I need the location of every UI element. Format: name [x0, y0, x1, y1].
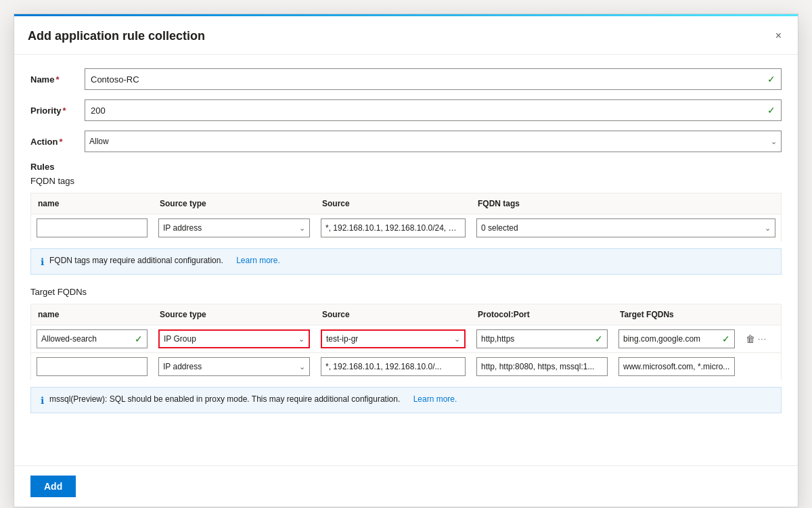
target-row1-fqdns-input[interactable]: bing.com,google.com ✓ — [618, 329, 735, 348]
dialog-body: Name* ✓ Priority* ✓ Action* Allow — [14, 55, 798, 434]
target-row1-name-valid-icon: ✓ — [135, 333, 143, 344]
target-row1-protocol-input[interactable]: http,https ✓ — [476, 329, 608, 348]
target-col-protocol: Protocol:Port — [471, 304, 613, 325]
target-row2-source-value: *, 192.168.10.1, 192.168.10.0/... — [325, 362, 461, 371]
target-row1-more-icon[interactable]: ··· — [758, 334, 767, 344]
target-col-fqdns: Target FQDNs — [613, 304, 740, 325]
priority-valid-icon: ✓ — [767, 105, 775, 116]
target-row2-fqdns-input[interactable]: www.microsoft.com, *.micro... — [618, 357, 735, 376]
target-row2-fqdns-value: www.microsoft.com, *.micro... — [623, 362, 730, 371]
fqdn-info-text: FQDN tags may require additional configu… — [49, 256, 223, 265]
target-row1-name-cell: Allowed-search ✓ — [31, 325, 153, 352]
fqdn-tags-section-title: FQDN tags — [30, 176, 782, 186]
fqdn-col-source-type: Source type — [153, 193, 315, 214]
target-row1-delete-icon[interactable]: 🗑 — [746, 333, 755, 344]
name-row: Name* ✓ — [30, 68, 782, 90]
target-row2-source-type-cell: IP address ⌄ — [153, 353, 315, 380]
required-indicator: * — [55, 74, 59, 85]
target-row2-name-input[interactable] — [37, 357, 148, 376]
name-valid-icon: ✓ — [767, 74, 775, 85]
target-col-source-type: Source type — [153, 304, 315, 325]
fqdn-col-name: name — [31, 193, 153, 214]
target-row1-protocol-valid-icon: ✓ — [595, 333, 603, 344]
name-label: Name* — [30, 74, 85, 85]
target-row1-actions: 🗑 ··· — [740, 329, 781, 348]
required-indicator: * — [63, 106, 66, 116]
target-row2-source-type-dropdown[interactable]: IP address ⌄ — [158, 357, 310, 376]
fqdn-row1-name-cell — [31, 214, 153, 241]
fqdn-tags-info-box: ℹ FQDN tags may require additional confi… — [30, 248, 782, 275]
fqdn-row1-source-type-value: IP address — [163, 223, 299, 233]
target-col-name: name — [31, 304, 153, 325]
fqdn-col-source: Source — [315, 193, 471, 214]
info-icon: ℹ — [41, 256, 44, 267]
name-input[interactable] — [91, 74, 767, 85]
fqdn-row1-name-input[interactable] — [37, 218, 148, 237]
priority-input-wrapper[interactable]: ✓ — [85, 99, 782, 121]
fqdn-learn-more-link[interactable]: Learn more. — [236, 256, 280, 265]
fqdn-row1-source-dropdown[interactable]: *, 192.168.10.1, 192.168.10.0/24, 192.1.… — [321, 218, 466, 237]
priority-input[interactable] — [91, 106, 767, 116]
target-info-text: mssql(Preview): SQL should be enabled in… — [49, 394, 400, 404]
dialog-footer: Add — [14, 465, 798, 507]
fqdn-row1-tags-dropdown[interactable]: 0 selected ⌄ — [476, 218, 775, 237]
target-row1-protocol-value: http,https — [481, 334, 595, 344]
fqdn-row1-tags-arrow: ⌄ — [765, 224, 771, 233]
target-row2-source-type-arrow: ⌄ — [299, 363, 305, 371]
dialog-title: Add application rule collection — [28, 29, 205, 43]
target-row1-source-arrow: ⌄ — [454, 335, 460, 344]
target-row2-fqdns-cell: www.microsoft.com, *.micro... — [613, 353, 740, 380]
target-fqdns-row-2: IP address ⌄ *, 192.168.10.1, 192.168.10… — [30, 352, 782, 380]
fqdn-tags-table-header: name Source type Source FQDN tags — [30, 193, 782, 214]
fqdn-row1-tags-cell: 0 selected ⌄ — [471, 214, 781, 241]
target-row1-source-type-arrow: ⌄ — [298, 335, 304, 344]
target-fqdns-row-1: Allowed-search ✓ IP Group ⌄ test-ip-gr ⌄ — [30, 325, 782, 352]
fqdn-row1-source-cell: *, 192.168.10.1, 192.168.10.0/24, 192.1.… — [315, 214, 471, 241]
target-col-source: Source — [315, 304, 471, 325]
target-row1-name-value: Allowed-search — [41, 334, 135, 344]
dialog-header: Add application rule collection × — [14, 16, 798, 55]
target-fqdns-table-header: name Source type Source Protocol:Port Ta… — [30, 304, 782, 325]
action-dropdown-arrow: ⌄ — [771, 137, 777, 146]
action-dropdown[interactable]: Allow ⌄ — [85, 131, 782, 152]
fqdn-row1-source-type-arrow: ⌄ — [299, 224, 305, 233]
fqdn-row1-source-value: *, 192.168.10.1, 192.168.10.0/24, 192.1.… — [325, 223, 461, 233]
target-row1-source-type-dropdown[interactable]: IP Group ⌄ — [158, 329, 310, 348]
target-row2-actions — [740, 363, 781, 371]
target-row2-protocol-value: http, http:8080, https, mssql:1... — [481, 362, 603, 371]
target-row1-source-type-value: IP Group — [164, 334, 298, 344]
rules-section-title: Rules — [30, 162, 782, 172]
name-input-wrapper[interactable]: ✓ — [85, 68, 782, 90]
action-label: Action* — [30, 137, 85, 147]
fqdn-row1-source-type-cell: IP address ⌄ — [153, 214, 315, 241]
action-row: Action* Allow ⌄ — [30, 131, 782, 152]
target-fqdns-section-title: Target FQDNs — [30, 287, 782, 297]
target-row1-source-value: test-ip-gr — [326, 334, 454, 344]
target-row2-name-cell — [31, 353, 153, 380]
target-row1-fqdns-valid-icon: ✓ — [722, 333, 730, 344]
target-row1-source-type-cell: IP Group ⌄ — [153, 325, 315, 352]
close-icon: × — [775, 30, 782, 42]
target-row1-name-input[interactable]: Allowed-search ✓ — [37, 329, 148, 348]
target-row1-source-cell: test-ip-gr ⌄ — [315, 325, 471, 352]
target-row1-protocol-cell: http,https ✓ — [471, 325, 613, 352]
target-row2-source-dropdown[interactable]: *, 192.168.10.1, 192.168.10.0/... — [321, 357, 466, 376]
close-button[interactable]: × — [773, 27, 784, 45]
add-rule-collection-dialog: Add application rule collection × Name* … — [14, 14, 798, 507]
target-row1-fqdns-cell: bing.com,google.com ✓ — [613, 325, 740, 352]
priority-label: Priority* — [30, 106, 85, 116]
fqdn-tags-row-1: IP address ⌄ *, 192.168.10.1, 192.168.10… — [30, 214, 782, 241]
add-button[interactable]: Add — [30, 476, 76, 497]
target-learn-more-link[interactable]: Learn more. — [413, 394, 457, 404]
target-row1-fqdns-value: bing.com,google.com — [623, 334, 722, 344]
required-indicator: * — [59, 137, 62, 147]
target-row2-source-type-value: IP address — [163, 362, 299, 371]
fqdn-row1-source-type-dropdown[interactable]: IP address ⌄ — [158, 218, 310, 237]
target-row1-source-dropdown[interactable]: test-ip-gr ⌄ — [321, 329, 466, 348]
target-fqdns-section: Target FQDNs name Source type Source Pro… — [30, 287, 782, 413]
fqdn-row1-tags-value: 0 selected — [481, 223, 765, 233]
target-row2-protocol-input[interactable]: http, http:8080, https, mssql:1... — [476, 357, 608, 376]
target-row2-source-cell: *, 192.168.10.1, 192.168.10.0/... — [315, 353, 471, 380]
priority-row: Priority* ✓ — [30, 99, 782, 121]
target-info-icon: ℹ — [41, 395, 44, 406]
